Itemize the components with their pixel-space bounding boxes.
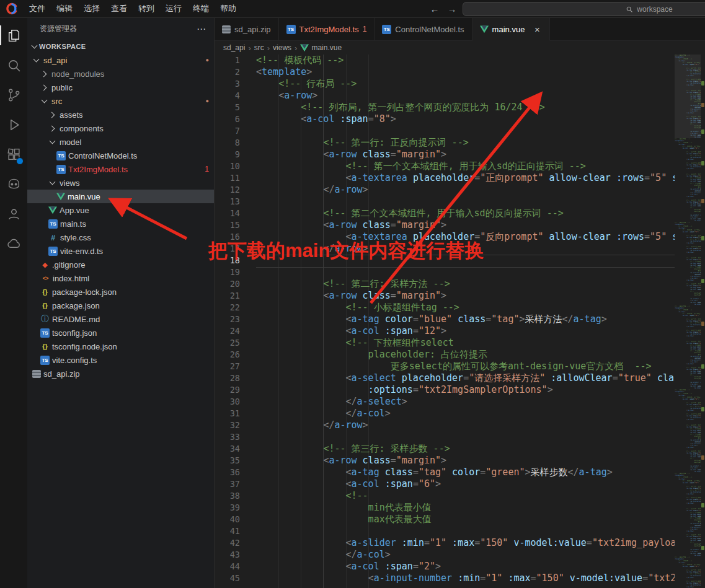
line-number[interactable]: 12 (215, 184, 256, 196)
close-icon[interactable]: × (532, 24, 542, 35)
tab-Txt2ImgModel.ts[interactable]: TSTxt2ImgModel.ts1 (279, 18, 375, 40)
tree-item-views[interactable]: views (27, 176, 214, 190)
code-area[interactable]: <!-- 模板代码 --><template> <!-- 行布局 --> <a-… (256, 55, 705, 588)
tree-item-assets[interactable]: assets (27, 108, 214, 121)
line-number[interactable]: 6 (215, 113, 256, 125)
tree-item-vite.config.ts[interactable]: TSvite.config.ts (27, 353, 214, 367)
tree-item-ControlNetModel.ts[interactable]: TSControlNetModel.ts (27, 149, 214, 162)
tab-ControlNetModel.ts[interactable]: TSControlNetModel.ts (375, 18, 472, 40)
line-number[interactable]: 14 (215, 208, 256, 219)
tree-item-style.css[interactable]: #style.css (27, 230, 214, 244)
line-number[interactable]: 38 (215, 490, 256, 502)
line-number[interactable]: 15 (215, 219, 256, 231)
line-number[interactable]: 21 (215, 290, 256, 302)
breadcrumb-item-views[interactable]: views (273, 43, 291, 52)
tree-item-components[interactable]: components (27, 121, 214, 135)
line-number[interactable]: 41 (215, 525, 256, 537)
more-actions-icon[interactable]: ⋯ (197, 24, 206, 35)
line-number[interactable]: 33 (215, 431, 256, 443)
accounts-icon[interactable] (0, 199, 27, 229)
search-icon[interactable] (0, 50, 27, 80)
line-number[interactable]: 35 (215, 455, 256, 467)
line-number[interactable]: 11 (215, 172, 256, 184)
menu-item-运行[interactable]: 运行 (160, 0, 187, 17)
line-number[interactable]: 10 (215, 160, 256, 172)
menu-item-编辑[interactable]: 编辑 (51, 0, 78, 17)
line-number[interactable]: 23 (215, 314, 256, 325)
line-number[interactable]: 27 (215, 361, 256, 372)
line-number[interactable]: 17 (215, 243, 256, 255)
line-number[interactable]: 24 (215, 325, 256, 337)
tree-item-sd_api.zip[interactable]: sd_api.zip (27, 367, 214, 380)
menu-item-终端[interactable]: 终端 (187, 0, 215, 17)
tree-item-src[interactable]: src● (27, 94, 214, 108)
tree-item-package.json[interactable]: {}package.json (27, 299, 214, 312)
tree-item-package-lock.json[interactable]: {}package-lock.json (27, 285, 214, 299)
line-number[interactable]: 9 (215, 149, 256, 160)
line-number[interactable]: 3 (215, 78, 256, 90)
menu-item-文件[interactable]: 文件 (24, 0, 51, 17)
line-number[interactable]: 36 (215, 467, 256, 478)
tree-item-sd_api[interactable]: sd_api● (27, 53, 214, 67)
command-center-search[interactable]: workspace (463, 2, 705, 16)
line-number[interactable]: 31 (215, 408, 256, 419)
line-number[interactable]: 43 (215, 549, 256, 561)
menu-item-帮助[interactable]: 帮助 (215, 0, 242, 17)
line-number[interactable]: 30 (215, 396, 256, 408)
tree-item-node_modules[interactable]: node_modules (27, 67, 214, 81)
line-number[interactable]: 40 (215, 514, 256, 525)
line-number[interactable]: 42 (215, 537, 256, 549)
line-number[interactable]: 13 (215, 196, 256, 208)
line-number[interactable]: 39 (215, 502, 256, 514)
line-number[interactable]: 34 (215, 443, 256, 455)
line-number[interactable]: 7 (215, 125, 256, 137)
tab-main.vue[interactable]: main.vue× (472, 18, 551, 41)
tree-item-App.vue[interactable]: App.vue (27, 203, 214, 217)
tree-item-vite-env.d.ts[interactable]: TSvite-env.d.ts (27, 244, 214, 258)
breadcrumb-item-sd_api[interactable]: sd_api (223, 43, 245, 52)
line-number[interactable]: 45 (215, 573, 256, 584)
tree-item-README.md[interactable]: ⓘREADME.md (27, 312, 214, 326)
line-number[interactable]: 37 (215, 478, 256, 490)
tree-item-tsconfig.json[interactable]: TStsconfig.json (27, 326, 214, 340)
line-number[interactable]: 1 (215, 55, 256, 66)
line-number[interactable]: 19 (215, 266, 256, 278)
code-editor[interactable]: 1234567891011121314151617181920212223242… (215, 55, 705, 588)
line-number[interactable]: 28 (215, 372, 256, 384)
app-logo[interactable] (0, 0, 24, 17)
menu-item-查看[interactable]: 查看 (105, 0, 133, 17)
workspace-section-header[interactable]: WORKSPACE (27, 40, 214, 53)
remote-icon[interactable] (0, 229, 27, 258)
copilot-icon[interactable] (0, 169, 27, 199)
history-back-button[interactable]: ← (427, 0, 443, 17)
tree-item-Txt2ImgModel.ts[interactable]: TSTxt2ImgModel.ts1 (27, 162, 214, 176)
tab-sd_api.zip[interactable]: sd_api.zip (215, 18, 279, 40)
line-number[interactable]: 16 (215, 231, 256, 243)
minimap-viewport[interactable] (675, 55, 701, 138)
line-number[interactable]: 5 (215, 102, 256, 113)
line-number[interactable]: 20 (215, 278, 256, 290)
line-number[interactable]: 25 (215, 337, 256, 349)
breadcrumb-item-src[interactable]: src (254, 43, 264, 52)
line-number[interactable]: 22 (215, 302, 256, 314)
line-number[interactable]: 8 (215, 137, 256, 149)
menu-item-选择[interactable]: 选择 (78, 0, 105, 17)
menu-item-转到[interactable]: 转到 (133, 0, 160, 17)
minimap[interactable]: <!-- 模板代码 --><template> <!-- 行布局 --> <a-… (675, 55, 701, 588)
tree-item-index.html[interactable]: <>index.html (27, 271, 214, 285)
source-control-icon[interactable] (0, 80, 27, 110)
tree-item-tsconfig.node.json[interactable]: {}tsconfig.node.json (27, 340, 214, 353)
tree-item-.gitignore[interactable]: ◆.gitignore (27, 258, 214, 271)
line-number[interactable]: 32 (215, 419, 256, 431)
line-number[interactable]: 44 (215, 561, 256, 573)
history-forward-button[interactable]: → (444, 0, 460, 17)
line-number[interactable]: 18 (215, 255, 256, 266)
breadcrumb-item-main.vue[interactable]: main.vue (300, 43, 342, 52)
line-number[interactable]: 26 (215, 349, 256, 361)
tree-item-main.ts[interactable]: TSmain.ts (27, 217, 214, 230)
tree-item-public[interactable]: public (27, 81, 214, 94)
extensions-icon[interactable] (0, 139, 27, 169)
explorer-icon[interactable] (0, 20, 27, 50)
run-debug-icon[interactable] (0, 110, 27, 139)
line-number[interactable]: 29 (215, 384, 256, 396)
